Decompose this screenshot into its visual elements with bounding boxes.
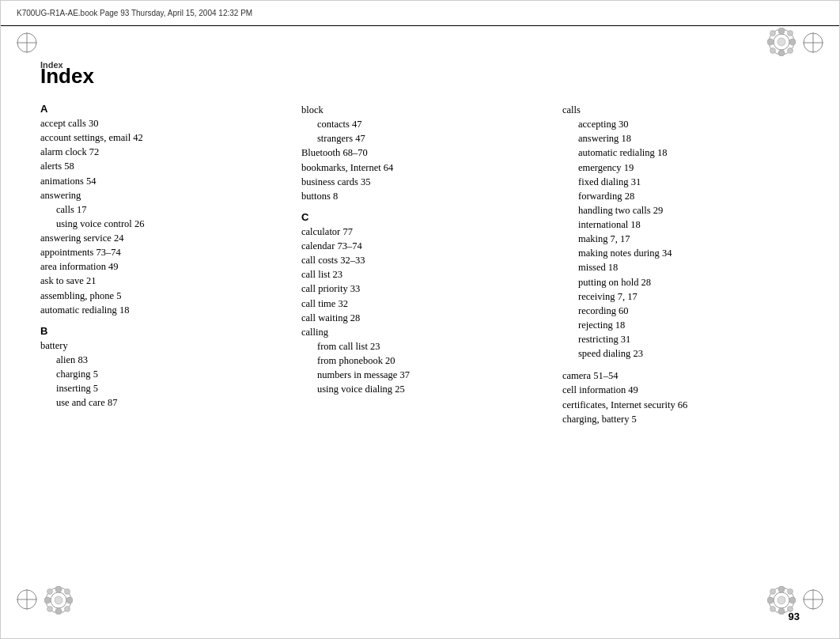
entry-from-call-list: from call list 23 (301, 339, 539, 354)
entry-forwarding: forwarding 28 (562, 189, 800, 203)
svg-point-29 (65, 607, 70, 612)
entry-accepting: accepting 30 (562, 117, 800, 131)
entry-calling: calling (301, 325, 539, 339)
svg-point-23 (55, 608, 62, 614)
entry-using-voice-dialing: using voice dialing 25 (301, 382, 539, 396)
entry-from-phonebook: from phonebook 20 (301, 354, 539, 368)
entry-answering-18: answering 18 (562, 131, 800, 146)
entry-answering-service: answering service 24 (40, 231, 278, 245)
svg-point-13 (788, 31, 793, 36)
entry-emergency: emergency 19 (562, 161, 800, 175)
entry-appointments: appointments 73–74 (40, 245, 278, 259)
entry-making: making 7, 17 (562, 232, 800, 246)
entry-account-settings: account settings, email 42 (40, 130, 278, 145)
top-bar-text: K700UG-R1A-AE.book Page 93 Thursday, Apr… (17, 9, 252, 17)
main-content: Index A accept calls 30 account settings… (40, 64, 800, 591)
entry-receiving: receiving 7, 17 (562, 289, 800, 304)
entry-buttons: buttons 8 (301, 189, 539, 203)
entry-answering: answering (40, 188, 278, 202)
section-ca: camera 51–54 cell information 49 certifi… (562, 369, 800, 426)
entry-area-information: area information 49 (40, 259, 278, 274)
svg-point-11 (789, 39, 796, 45)
deco-flower-bl (44, 586, 73, 618)
svg-point-25 (66, 597, 73, 603)
section-letter-a: A (40, 103, 278, 115)
corner-mark-tr (801, 31, 825, 58)
section-a: A accept calls 30 account settings, emai… (40, 103, 278, 317)
corner-mark-bl (15, 588, 39, 614)
entry-numbers-in-message: numbers in message 37 (301, 368, 539, 382)
entry-restricting: restricting 31 (562, 332, 800, 346)
section-b: B battery alien 83 charging 5 inserting … (40, 325, 278, 410)
entry-call-priority: call priority 33 (301, 282, 539, 296)
svg-point-42 (770, 607, 776, 612)
svg-point-14 (770, 48, 776, 54)
entry-battery: battery (40, 338, 278, 353)
page-number: 93 (789, 611, 800, 622)
entry-call-list: call list 23 (301, 267, 539, 282)
entry-calendar: calendar 73–74 (301, 239, 539, 253)
entry-contacts: contacts 47 (301, 117, 539, 131)
svg-point-10 (767, 39, 774, 45)
entry-auto-redialing: automatic redialing 18 (562, 146, 800, 160)
entry-use-and-care: use and care 87 (40, 395, 278, 410)
entry-block: block (301, 103, 539, 117)
svg-point-9 (778, 50, 785, 56)
entry-missed: missed 18 (562, 260, 800, 274)
entry-cell-information: cell information 49 (562, 383, 800, 397)
svg-point-30 (55, 596, 62, 604)
corner-mark-br (801, 588, 825, 614)
entry-ask-to-save: ask to save 21 (40, 274, 278, 288)
svg-point-38 (767, 597, 774, 603)
entry-charging-battery: charging, battery 5 (562, 412, 800, 426)
entry-calls-header: calls (562, 103, 800, 117)
page: K700UG-R1A-AE.book Page 93 Thursday, Apr… (0, 0, 840, 639)
entry-putting-on-hold: putting on hold 28 (562, 275, 800, 289)
entry-inserting: inserting 5 (40, 381, 278, 395)
svg-point-39 (789, 597, 796, 603)
entry-call-time: call time 32 (301, 297, 539, 311)
entry-using-voice-control: using voice control 26 (40, 217, 278, 231)
top-bar: K700UG-R1A-AE.book Page 93 Thursday, Apr… (1, 1, 839, 26)
entry-fixed-dialing: fixed dialing 31 (562, 175, 800, 189)
corner-mark-tl (15, 31, 39, 58)
section-letter-c: C (301, 211, 539, 223)
section-letter-b: B (40, 325, 278, 337)
svg-point-16 (778, 38, 785, 46)
section-calls: calls accepting 30 answering 18 automati… (562, 103, 800, 361)
svg-point-24 (44, 597, 51, 603)
entry-charging: charging 5 (40, 367, 278, 381)
entry-speed-dialing: speed dialing 23 (562, 346, 800, 361)
entry-call-waiting: call waiting 28 (301, 311, 539, 325)
entry-alien: alien 83 (40, 353, 278, 367)
deco-flower-tr (767, 28, 796, 59)
section-c: C calculator 77 calendar 73–74 call cost… (301, 211, 539, 397)
entry-recording: recording 60 (562, 304, 800, 318)
section-b2: block contacts 47 strangers 47 Bluetooth… (301, 103, 539, 203)
entry-automatic-redialing-a: automatic redialing 18 (40, 303, 278, 317)
column-3: calls accepting 30 answering 18 automati… (562, 103, 800, 434)
entry-handling-two-calls: handling two calls 29 (562, 203, 800, 217)
entry-accept-calls: accept calls 30 (40, 116, 278, 130)
entry-certificates: certificates, Internet security 66 (562, 398, 800, 412)
entry-business-cards: business cards 35 (301, 175, 539, 189)
entry-international: international 18 (562, 217, 800, 232)
entry-assembling: assembling, phone 5 (40, 289, 278, 303)
svg-point-37 (778, 608, 785, 614)
entry-animations: animations 54 (40, 174, 278, 188)
svg-point-12 (770, 31, 776, 36)
svg-point-44 (778, 596, 785, 604)
entry-alerts: alerts 58 (40, 159, 278, 173)
entry-strangers: strangers 47 (301, 131, 539, 146)
entry-making-notes: making notes during 34 (562, 246, 800, 260)
entry-call-costs: call costs 32–33 (301, 253, 539, 267)
columns-wrapper: A accept calls 30 account settings, emai… (40, 103, 800, 434)
entry-bookmarks: bookmarks, Internet 64 (301, 161, 539, 175)
column-1: A accept calls 30 account settings, emai… (40, 103, 278, 418)
svg-point-28 (47, 607, 53, 612)
svg-point-15 (788, 48, 793, 54)
entry-alarm-clock: alarm clock 72 (40, 145, 278, 159)
entry-calculator: calculator 77 (301, 225, 539, 239)
entry-calls-17: calls 17 (40, 202, 278, 217)
entry-rejecting: rejecting 18 (562, 318, 800, 332)
